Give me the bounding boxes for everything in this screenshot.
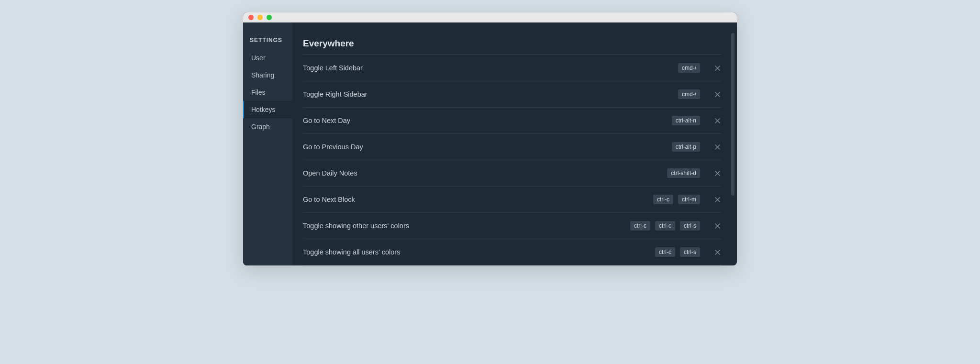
maximize-window-icon[interactable] bbox=[267, 15, 272, 20]
hotkey-label: Toggle showing other users' colors bbox=[303, 222, 409, 230]
hotkey-keys[interactable]: ctrl-cctrl-s bbox=[655, 247, 700, 257]
hotkey-row: Toggle showing other users' colorsctrl-c… bbox=[303, 213, 721, 239]
remove-hotkey-icon[interactable] bbox=[713, 222, 721, 230]
hotkey-controls: cmd-/ bbox=[678, 89, 721, 99]
sidebar-item-graph[interactable]: Graph bbox=[243, 118, 292, 135]
hotkey-row: Go to Next Dayctrl-alt-n bbox=[303, 108, 721, 134]
sidebar-item-sharing[interactable]: Sharing bbox=[243, 66, 292, 84]
key-badge: ctrl-c bbox=[655, 247, 675, 257]
hotkey-label: Go to Next Block bbox=[303, 196, 355, 203]
hotkey-controls: ctrl-cctrl-cctrl-s bbox=[630, 221, 721, 231]
section-title: Everywhere bbox=[303, 38, 721, 55]
hotkey-keys[interactable]: cmd-/ bbox=[678, 89, 700, 99]
hotkey-controls: ctrl-cctrl-s bbox=[655, 247, 721, 257]
close-window-icon[interactable] bbox=[248, 15, 254, 20]
hotkey-controls: cmd-\ bbox=[678, 63, 721, 73]
key-badge: ctrl-c bbox=[655, 221, 675, 231]
key-badge: ctrl-s bbox=[680, 221, 700, 231]
key-badge: ctrl-alt-n bbox=[672, 116, 700, 125]
key-badge: ctrl-shift-d bbox=[667, 168, 700, 178]
hotkey-controls: ctrl-alt-n bbox=[672, 116, 721, 125]
hotkey-controls: ctrl-alt-p bbox=[672, 142, 721, 152]
hotkey-row: Go to Next Blockctrl-cctrl-m bbox=[303, 187, 721, 213]
hotkey-keys[interactable]: cmd-\ bbox=[678, 63, 700, 73]
hotkey-row: Open Daily Notesctrl-shift-d bbox=[303, 160, 721, 187]
remove-hotkey-icon[interactable] bbox=[713, 248, 721, 256]
hotkeys-scroll-area[interactable]: Everywhere Toggle Left Sidebarcmd-\Toggl… bbox=[303, 38, 725, 265]
hotkey-controls: ctrl-cctrl-m bbox=[653, 195, 721, 204]
hotkey-row: Toggle showing all users' colorsctrl-cct… bbox=[303, 239, 721, 265]
remove-hotkey-icon[interactable] bbox=[713, 169, 721, 177]
main-panel: Everywhere Toggle Left Sidebarcmd-\Toggl… bbox=[292, 22, 737, 265]
hotkey-label: Go to Previous Day bbox=[303, 143, 363, 151]
sidebar-item-files[interactable]: Files bbox=[243, 84, 292, 101]
hotkey-label: Toggle Left Sidebar bbox=[303, 64, 363, 72]
key-badge: ctrl-alt-p bbox=[672, 142, 700, 152]
scrollbar-track[interactable] bbox=[731, 33, 735, 253]
hotkey-label: Toggle Right Sidebar bbox=[303, 90, 368, 98]
settings-sidebar: SETTINGS UserSharingFilesHotkeysGraph bbox=[243, 22, 292, 265]
hotkey-row: Toggle Right Sidebarcmd-/ bbox=[303, 81, 721, 108]
minimize-window-icon[interactable] bbox=[257, 15, 263, 20]
key-badge: cmd-/ bbox=[678, 89, 700, 99]
hotkey-keys[interactable]: ctrl-alt-n bbox=[672, 116, 700, 125]
remove-hotkey-icon[interactable] bbox=[713, 90, 721, 98]
settings-window: SETTINGS UserSharingFilesHotkeysGraph Ev… bbox=[243, 12, 737, 265]
hotkey-label: Toggle showing all users' colors bbox=[303, 248, 400, 256]
key-badge: cmd-\ bbox=[678, 63, 700, 73]
titlebar bbox=[243, 12, 737, 22]
sidebar-item-hotkeys[interactable]: Hotkeys bbox=[243, 101, 292, 118]
hotkey-label: Go to Next Day bbox=[303, 117, 350, 124]
key-badge: ctrl-c bbox=[630, 221, 650, 231]
content-area: SETTINGS UserSharingFilesHotkeysGraph Ev… bbox=[243, 22, 737, 265]
hotkey-controls: ctrl-shift-d bbox=[667, 168, 721, 178]
hotkey-label: Open Daily Notes bbox=[303, 169, 357, 177]
hotkey-keys[interactable]: ctrl-alt-p bbox=[672, 142, 700, 152]
key-badge: ctrl-c bbox=[653, 195, 673, 204]
sidebar-item-user[interactable]: User bbox=[243, 49, 292, 66]
remove-hotkey-icon[interactable] bbox=[713, 143, 721, 151]
hotkey-keys[interactable]: ctrl-shift-d bbox=[667, 168, 700, 178]
hotkey-keys[interactable]: ctrl-cctrl-cctrl-s bbox=[630, 221, 700, 231]
remove-hotkey-icon[interactable] bbox=[713, 64, 721, 72]
scrollbar-thumb[interactable] bbox=[731, 33, 735, 196]
hotkey-row: Go to Previous Dayctrl-alt-p bbox=[303, 134, 721, 160]
key-badge: ctrl-s bbox=[680, 247, 700, 257]
remove-hotkey-icon[interactable] bbox=[713, 117, 721, 124]
sidebar-title: SETTINGS bbox=[243, 37, 292, 49]
key-badge: ctrl-m bbox=[678, 195, 700, 204]
remove-hotkey-icon[interactable] bbox=[713, 196, 721, 203]
hotkey-row: Toggle Left Sidebarcmd-\ bbox=[303, 55, 721, 81]
hotkey-keys[interactable]: ctrl-cctrl-m bbox=[653, 195, 700, 204]
